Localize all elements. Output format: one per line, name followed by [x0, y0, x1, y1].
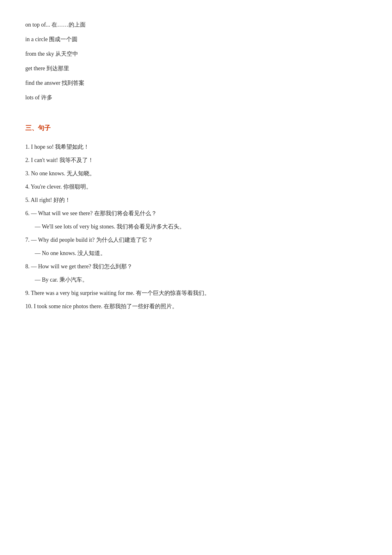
phrase-line: find the answer 找到答案	[25, 77, 367, 89]
sentence-line-7b: — No one knows. 没人知道。	[25, 247, 367, 259]
phrases-section: on top of... 在……的上面in a circle 围成一个圆from…	[25, 19, 367, 103]
sentence-line-4: 4. You're clever. 你很聪明。	[25, 181, 367, 192]
sentence-line-9: 9. There was a very big surprise waiting…	[25, 287, 367, 299]
sentence-line-3: 3. No one knows. 无人知晓。	[25, 168, 367, 179]
phrase-line: lots of 许多	[25, 92, 367, 103]
phrase-line: from the sky 从天空中	[25, 48, 367, 59]
phrase-line: on top of... 在……的上面	[25, 19, 367, 30]
phrase-line: get there 到达那里	[25, 63, 367, 74]
sentences-section: 三、句子 1. I hope so! 我希望如此！2. I can't wait…	[25, 122, 367, 312]
phrase-line: in a circle 围成一个圆	[25, 34, 367, 45]
sentence-line-2: 2. I can't wait! 我等不及了！	[25, 154, 367, 166]
sentence-line-10: 10. I took some nice photos there. 在那我拍了…	[25, 301, 367, 312]
sentence-line-8a: 8. — How will we get there? 我们怎么到那？	[25, 261, 367, 272]
section-title: 三、句子	[25, 122, 367, 134]
sentence-line-6a: 6. — What will we see there? 在那我们将会看见什么？	[25, 208, 367, 219]
sentence-line-1: 1. I hope so! 我希望如此！	[25, 141, 367, 153]
sentence-line-5: 5. All right! 好的！	[25, 194, 367, 206]
sentence-line-7a: 7. — Why did people build it? 为什么人们建造了它？	[25, 234, 367, 246]
sentence-line-6b: — We'll see lots of very big stones. 我们将…	[25, 221, 367, 232]
sentence-line-8b: — By car. 乘小汽车。	[25, 274, 367, 285]
